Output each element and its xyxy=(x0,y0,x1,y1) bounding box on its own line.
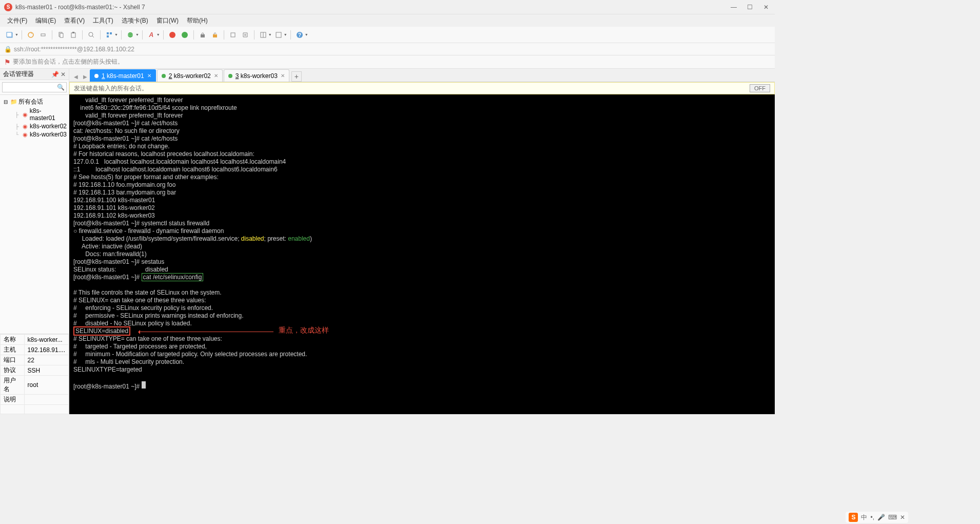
menu-item[interactable]: 编辑(E) xyxy=(32,15,59,26)
reconnect-button[interactable] xyxy=(25,29,36,41)
session-label: k8s-worker03 xyxy=(30,131,67,138)
tab[interactable]: 2 k8s-worker02✕ xyxy=(157,69,223,82)
property-row: 主机192.168.91.... xyxy=(1,345,69,355)
terminal-line: # SELINUX= can take one of these three v… xyxy=(73,297,771,304)
prop-value: 192.168.91.... xyxy=(24,345,68,355)
menu-item[interactable]: 查看(V) xyxy=(61,15,88,26)
addressbar[interactable]: 🔒 ssh://root:***************@192.168.91.… xyxy=(0,43,775,55)
toolbar: ▼ ▼ ▼ A▼ ▼ ▼ ?▼ xyxy=(0,27,775,43)
xagent-button[interactable] xyxy=(167,29,178,41)
script-button[interactable] xyxy=(240,29,251,41)
session-item[interactable]: └◉k8s-worker03 xyxy=(0,130,69,139)
terminal-cursor xyxy=(142,381,146,389)
session-item[interactable]: ├◉k8s-master01 xyxy=(0,107,69,122)
dropdown-icon[interactable]: ▼ xyxy=(15,33,18,36)
session-label: k8s-master01 xyxy=(30,107,67,122)
globe-button[interactable] xyxy=(125,29,136,41)
tab-prev-button[interactable]: ◀ xyxy=(71,71,81,82)
properties-button[interactable] xyxy=(227,29,239,41)
prop-value: root xyxy=(24,376,68,395)
svg-rect-11 xyxy=(110,32,112,34)
svg-line-9 xyxy=(92,36,94,37)
font-button[interactable]: A xyxy=(146,29,157,41)
session-label: k8s-worker02 xyxy=(30,123,67,130)
app-icon: S xyxy=(4,3,12,11)
add-tab-button[interactable]: + xyxy=(291,71,302,82)
disconnect-button[interactable] xyxy=(37,29,49,41)
session-item[interactable]: ├◉k8s-worker02 xyxy=(0,122,69,130)
prop-key: 名称 xyxy=(1,335,25,345)
close-window-button[interactable]: ✕ xyxy=(763,4,771,11)
dropdown-icon[interactable]: ▼ xyxy=(305,33,308,36)
svg-rect-3 xyxy=(41,34,45,36)
svg-point-13 xyxy=(128,32,133,37)
svg-rect-19 xyxy=(231,33,235,37)
terminal-line: # 192.168.1.10 foo.mydomain.org foo xyxy=(73,181,771,189)
terminal-line: # Loopback entries; do not change. xyxy=(73,143,771,150)
menu-item[interactable]: 文件(F) xyxy=(4,15,30,26)
close-tab-button[interactable]: ✕ xyxy=(281,73,285,79)
terminal[interactable]: valid_lft forever preferred_lft forever … xyxy=(69,94,775,414)
terminal-line: Active: inactive (dead) xyxy=(73,243,771,250)
lock-button[interactable] xyxy=(197,29,208,41)
tab[interactable]: 1 k8s-master01✕ xyxy=(90,69,156,82)
prop-value: SSH xyxy=(24,365,68,376)
session-icon: ◉ xyxy=(22,131,29,138)
property-row: 端口22 xyxy=(1,355,69,365)
tab[interactable]: 3 k8s-worker03✕ xyxy=(224,69,289,82)
dropdown-icon[interactable]: ▼ xyxy=(114,33,118,36)
menu-item[interactable]: 窗口(W) xyxy=(153,15,182,26)
menu-item[interactable]: 选项卡(B) xyxy=(119,15,151,26)
window-title: k8s-master01 - root@k8s-master01:~ - Xsh… xyxy=(15,4,731,11)
session-icon: ◉ xyxy=(22,111,29,118)
close-panel-button[interactable]: ✕ xyxy=(61,71,66,78)
close-tab-button[interactable]: ✕ xyxy=(214,73,218,79)
tab-next-button[interactable]: ▶ xyxy=(81,71,90,82)
status-dot-icon xyxy=(94,74,99,78)
terminal-line: # mls - Multi Level Security protection. xyxy=(73,358,771,366)
terminal-line: 192.168.91.100 k8s-master01 xyxy=(73,197,771,204)
svg-rect-12 xyxy=(107,35,109,37)
svg-text:?: ? xyxy=(298,32,301,38)
prop-key: 协议 xyxy=(1,365,25,376)
terminal-line: ::1 localhost localhost.localdomain loca… xyxy=(73,166,771,173)
new-session-button[interactable] xyxy=(4,29,15,41)
maximize-button[interactable]: ☐ xyxy=(747,4,754,11)
paste-button[interactable] xyxy=(68,29,79,41)
hint-text: 要添加当前会话，点击左侧的箭头按钮。 xyxy=(13,57,124,66)
pin-button[interactable]: 📌 xyxy=(51,71,59,78)
xftp-button[interactable] xyxy=(179,29,190,41)
flag-icon[interactable]: ⚑ xyxy=(4,58,11,66)
close-tab-button[interactable]: ✕ xyxy=(147,73,151,79)
prop-key: 主机 xyxy=(1,345,25,355)
tree-root[interactable]: ⊟📁所有会话 xyxy=(0,97,69,107)
terminal-line: ○ firewalld.service - firewalld - dynami… xyxy=(73,227,771,235)
terminal-line: # 192.168.1.13 bar.mydomain.org bar xyxy=(73,189,771,197)
sessions-button[interactable] xyxy=(104,29,115,41)
menu-item[interactable]: 工具(T) xyxy=(90,15,116,26)
broadcast-text: 发送键盘输入的所有会话。 xyxy=(74,84,148,93)
prop-key: 说明 xyxy=(1,395,25,405)
dropdown-icon[interactable]: ▼ xyxy=(268,33,272,36)
terminal-line: 192.168.91.102 k8s-worker03 xyxy=(73,212,771,220)
unlock-button[interactable] xyxy=(209,29,221,41)
dropdown-icon[interactable]: ▼ xyxy=(156,33,160,36)
terminal-line xyxy=(73,374,771,381)
dropdown-icon[interactable]: ▼ xyxy=(135,33,139,36)
help-button[interactable]: ? xyxy=(294,29,305,41)
terminal-line: inet6 fe80::20c:29ff:fe96:10d5/64 scope … xyxy=(73,104,771,112)
layout-button[interactable] xyxy=(258,29,269,41)
dropdown-icon[interactable]: ▼ xyxy=(284,33,287,36)
broadcast-toggle[interactable]: OFF xyxy=(750,84,770,92)
status-dot-icon xyxy=(162,74,166,78)
search-button[interactable] xyxy=(86,29,97,41)
menu-item[interactable]: 帮助(H) xyxy=(184,15,211,26)
terminal-line: # enforcing - SELinux security policy is… xyxy=(73,304,771,312)
copy-button[interactable] xyxy=(55,29,67,41)
fullscreen-button[interactable] xyxy=(273,29,284,41)
terminal-line xyxy=(73,281,771,289)
prop-key: 用户名 xyxy=(1,376,25,395)
prop-value: 22 xyxy=(24,355,68,365)
broadcast-bar: 发送键盘输入的所有会话。 OFF xyxy=(69,82,775,94)
minimize-button[interactable]: — xyxy=(731,4,738,11)
